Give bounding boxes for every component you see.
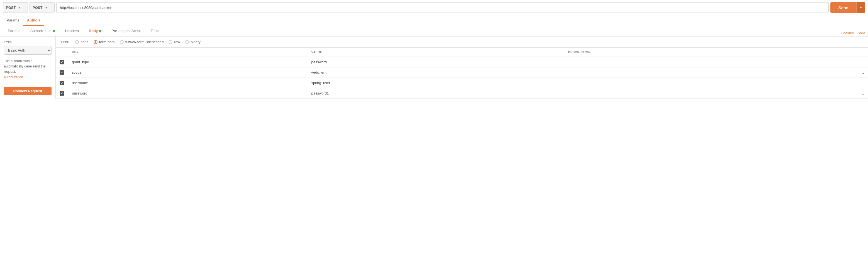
auth-type-select[interactable]: Basic Auth <box>4 46 52 55</box>
method-select-inner[interactable]: POST ▼ <box>30 2 55 13</box>
inner-tabs-right: Cookies Code <box>841 31 865 36</box>
tab-inner-params[interactable]: Params <box>3 26 25 36</box>
tab-inner-body[interactable]: Body <box>84 26 107 36</box>
authorization-dot <box>53 30 55 32</box>
radio-circle-none <box>75 40 79 44</box>
row-key-0[interactable]: grant_type <box>68 57 307 67</box>
checkbox-2[interactable] <box>60 81 64 85</box>
tab-inner-tests[interactable]: Tests <box>146 26 164 36</box>
send-button-group: Send ▼ <box>830 2 865 13</box>
row-key-1[interactable]: scope <box>68 67 307 78</box>
row-checkbox-cell-3[interactable] <box>56 88 68 99</box>
right-panel: TYPE none form-data x-www-form-urlencode… <box>56 36 868 99</box>
chevron-down-icon: ▼ <box>18 6 21 9</box>
tab-outer-params[interactable]: Params <box>3 15 23 26</box>
table-row: password password1 … <box>56 88 868 99</box>
send-button[interactable]: Send <box>830 2 856 13</box>
radio-circle-form-data <box>94 40 97 44</box>
radio-binary[interactable]: binary <box>185 40 200 44</box>
row-checkbox-cell-1[interactable] <box>56 67 68 78</box>
body-dot <box>99 30 101 32</box>
method-inner-label: POST <box>33 6 42 10</box>
table-row: scope webclient … <box>56 67 868 78</box>
checkbox-3[interactable] <box>60 91 64 95</box>
checkbox-1[interactable] <box>60 70 64 75</box>
row-value-3[interactable]: password1 <box>307 88 564 99</box>
outer-tabs: Params Authori <box>0 15 868 26</box>
row-checkbox-cell-2[interactable] <box>56 78 68 88</box>
row-value-1[interactable]: webclient <box>307 67 564 78</box>
radio-form-data[interactable]: form-data <box>94 40 115 44</box>
tab-inner-pre-request-script[interactable]: Pre-request Script <box>106 26 146 36</box>
col-value: VALUE <box>307 48 564 57</box>
content-area: TYPE Basic Auth The authorization h auto… <box>0 36 868 99</box>
col-key: KEY <box>68 48 307 57</box>
cookies-link[interactable]: Cookies <box>841 31 854 35</box>
row-value-0[interactable]: password <box>307 57 564 67</box>
code-link[interactable]: Code <box>857 31 865 35</box>
row-more-0[interactable]: … <box>857 57 868 67</box>
authorization-link[interactable]: authorization <box>4 75 23 79</box>
col-more: … <box>857 48 868 57</box>
method-outer-label: POST <box>6 6 16 10</box>
radio-raw[interactable]: raw <box>168 40 180 44</box>
checkbox-0[interactable] <box>60 60 64 64</box>
inner-tabs-left: Params Authorization Headers Body Pre-re… <box>3 26 164 36</box>
auth-description: The authorization h automatically gene s… <box>4 59 52 80</box>
row-value-2[interactable]: spring_user <box>307 78 564 88</box>
table-row: grant_type password … <box>56 57 868 67</box>
radio-x-www-form-urlencoded[interactable]: x-www-form-urlencoded <box>120 40 164 44</box>
radio-none[interactable]: none <box>75 40 89 44</box>
row-description-3[interactable] <box>564 88 857 99</box>
row-more-1[interactable]: … <box>857 67 868 78</box>
row-description-1[interactable] <box>564 67 857 78</box>
row-more-3[interactable]: … <box>857 88 868 99</box>
radio-circle-raw <box>168 40 173 44</box>
table-header-row: KEY VALUE DESCRIPTION … <box>56 48 868 57</box>
col-checkbox <box>56 48 68 57</box>
tab-inner-authorization[interactable]: Authorization <box>25 26 60 36</box>
row-description-2[interactable] <box>564 78 857 88</box>
preview-request-button[interactable]: Preview Request <box>4 87 52 95</box>
row-checkbox-cell-0[interactable] <box>56 57 68 67</box>
radio-circle-binary <box>185 40 189 44</box>
type-label: TYPE <box>4 40 52 44</box>
row-description-0[interactable] <box>564 57 857 67</box>
send-dropdown-button[interactable]: ▼ <box>856 2 865 13</box>
body-type-label: TYPE <box>61 40 69 44</box>
params-table: KEY VALUE DESCRIPTION … grant_type passw… <box>56 48 868 99</box>
radio-circle-urlencoded <box>120 40 124 44</box>
method-select-outer[interactable]: POST ▼ <box>3 2 28 13</box>
url-input[interactable] <box>56 2 829 13</box>
col-description: DESCRIPTION <box>564 48 857 57</box>
top-bar: POST ▼ POST ▼ Send ▼ <box>0 0 868 15</box>
left-panel: TYPE Basic Auth The authorization h auto… <box>0 36 56 99</box>
chevron-down-icon-2: ▼ <box>44 6 48 9</box>
inner-tabs: Params Authorization Headers Body Pre-re… <box>0 26 868 36</box>
row-key-2[interactable]: username <box>68 78 307 88</box>
table-row: username spring_user … <box>56 78 868 88</box>
row-key-3[interactable]: password <box>68 88 307 99</box>
tab-outer-authorization[interactable]: Authori <box>23 15 44 26</box>
radio-group: none form-data x-www-form-urlencoded raw… <box>75 40 200 44</box>
row-more-2[interactable]: … <box>857 78 868 88</box>
tab-inner-headers[interactable]: Headers <box>60 26 84 36</box>
body-type-bar: TYPE none form-data x-www-form-urlencode… <box>56 36 868 48</box>
